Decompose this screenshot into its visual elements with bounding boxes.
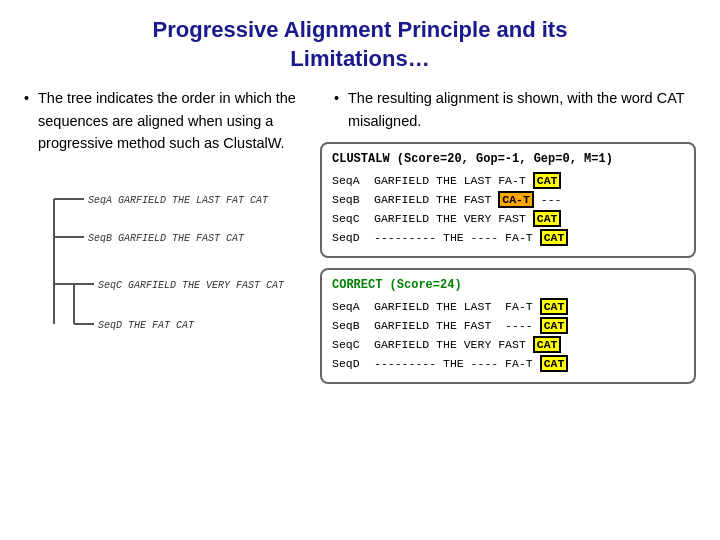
page-title: Progressive Alignment Principle and its … <box>24 16 696 73</box>
svg-text:SeqB  GARFIELD THE FAST CAT: SeqB GARFIELD THE FAST CAT <box>88 233 245 244</box>
page: Progressive Alignment Principle and its … <box>0 0 720 540</box>
wrong-row-seqb: SeqB GARFIELD THE FAST CA-T --- <box>332 191 684 208</box>
correct-row-seqc: SeqC GARFIELD THE VERY FAST CAT <box>332 336 684 353</box>
wrong-alignment-header: CLUSTALW (Score=20, Gop=-1, Gep=0, M=1) <box>332 152 684 166</box>
correct-alignment-header: CORRECT (Score=24) <box>332 278 684 292</box>
content-area: The tree indicates the order in which th… <box>24 87 696 394</box>
svg-text:SeqD  THE FAT CAT: SeqD THE FAT CAT <box>98 320 195 331</box>
right-bullet-text: The resulting alignment is shown, with t… <box>320 87 696 132</box>
correct-alignment-box: CORRECT (Score=24) SeqA GARFIELD THE LAS… <box>320 268 696 384</box>
tree-diagram: SeqA GARFIELD THE LAST FAT CAT SeqB GARF… <box>24 169 284 359</box>
left-column: The tree indicates the order in which th… <box>24 87 304 394</box>
wrong-row-seqc: SeqC GARFIELD THE VERY FAST CAT <box>332 210 684 227</box>
tree-svg: SeqA GARFIELD THE LAST FAT CAT SeqB GARF… <box>24 169 284 359</box>
correct-row-seqa: SeqA GARFIELD THE LAST FA-T CAT <box>332 298 684 315</box>
correct-row-seqb: SeqB GARFIELD THE FAST ---- CAT <box>332 317 684 334</box>
right-bullet-item: The resulting alignment is shown, with t… <box>334 87 696 132</box>
right-column: The resulting alignment is shown, with t… <box>320 87 696 394</box>
left-bullet-text: The tree indicates the order in which th… <box>24 87 304 154</box>
wrong-row-seqa: SeqA GARFIELD THE LAST FA-T CAT <box>332 172 684 189</box>
left-bullet-item: The tree indicates the order in which th… <box>24 87 304 154</box>
svg-text:SeqA  GARFIELD THE LAST FAT CA: SeqA GARFIELD THE LAST FAT CAT <box>88 195 269 206</box>
wrong-row-seqd: SeqD --------- THE ---- FA-T CAT <box>332 229 684 246</box>
svg-text:SeqC  GARFIELD THE VERY FAST C: SeqC GARFIELD THE VERY FAST CAT <box>98 280 284 291</box>
correct-row-seqd: SeqD --------- THE ---- FA-T CAT <box>332 355 684 372</box>
wrong-alignment-box: CLUSTALW (Score=20, Gop=-1, Gep=0, M=1) … <box>320 142 696 258</box>
